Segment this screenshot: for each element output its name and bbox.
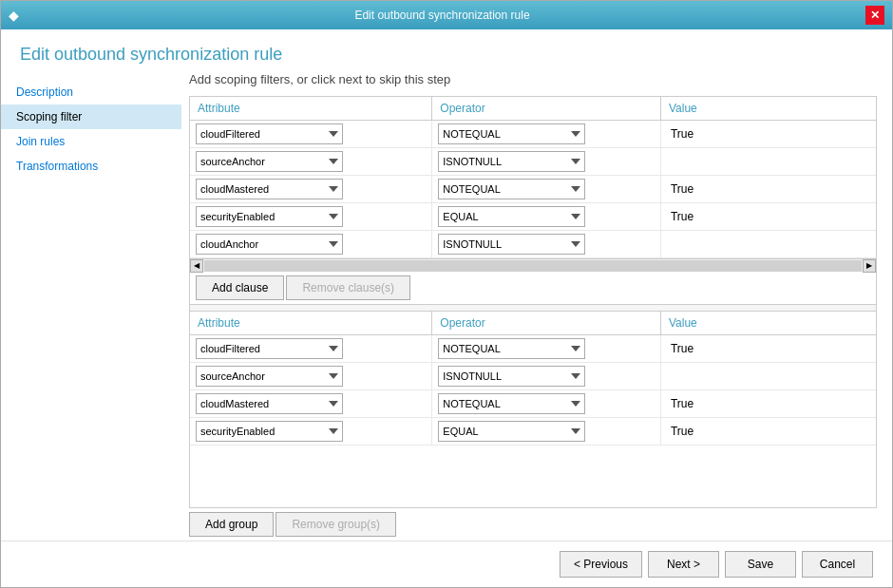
next-button[interactable]: Next >	[648, 551, 719, 578]
g1-op-2[interactable]: ISNOTNULL	[438, 151, 585, 172]
window-title: Edit outbound synchronization rule	[19, 9, 865, 22]
g2-op-1[interactable]: NOTEQUAL	[438, 338, 585, 359]
table-row: sourceAnchor ISNOTNULL	[190, 363, 876, 390]
g1-attr-1[interactable]: cloudFiltered	[196, 123, 343, 144]
col-value-2: Value	[660, 312, 876, 335]
table-row: securityEnabled EQUAL True	[190, 203, 876, 231]
bottom-buttons: < Previous Next > Save Cancel	[1, 541, 892, 587]
g2-op-2[interactable]: ISNOTNULL	[438, 366, 585, 387]
main-window: ◆ Edit outbound synchronization rule ✕ E…	[0, 0, 893, 588]
g1-op-3[interactable]: NOTEQUAL	[438, 179, 585, 199]
sidebar: Description Scoping filter Join rules Tr…	[1, 72, 181, 541]
main-layout: Description Scoping filter Join rules Tr…	[1, 72, 892, 541]
step-title: Add scoping filters, or click next to sk…	[189, 72, 877, 86]
g2-val-3: True	[667, 397, 694, 410]
hscroll-bar: ◀ ▶	[190, 258, 876, 272]
content-area: Edit outbound synchronization rule Descr…	[1, 29, 892, 587]
col-attribute-2: Attribute	[190, 312, 432, 335]
cancel-button[interactable]: Cancel	[802, 551, 873, 578]
g1-attr-2[interactable]: sourceAnchor	[196, 151, 343, 172]
group1-table: Attribute Operator Value cloudFiltered N…	[190, 97, 876, 258]
g1-attr-4[interactable]: securityEnabled	[196, 206, 343, 227]
save-button[interactable]: Save	[725, 551, 796, 578]
g1-val-4: True	[667, 210, 694, 223]
g2-val-4: True	[667, 425, 694, 438]
clause-buttons-row: Add clause Remove clause(s)	[196, 275, 870, 300]
group-buttons-row: Add group Remove group(s)	[189, 512, 877, 541]
g1-op-4[interactable]: EQUAL	[438, 206, 585, 227]
g1-attr-5[interactable]: cloudAnchor	[196, 234, 343, 255]
g2-attr-3[interactable]: cloudMastered	[196, 393, 343, 414]
table-row: sourceAnchor ISNOTNULL	[190, 148, 876, 176]
add-group-button[interactable]: Add group	[189, 512, 274, 537]
table-row: cloudFiltered NOTEQUAL True	[190, 335, 876, 363]
g1-val-1: True	[667, 127, 694, 141]
g2-val-2	[667, 370, 671, 383]
group-separator	[190, 304, 876, 312]
title-bar: ◆ Edit outbound synchronization rule ✕	[1, 1, 892, 29]
group2-table: Attribute Operator Value cloudFiltered N…	[190, 312, 876, 446]
remove-group-button[interactable]: Remove group(s)	[276, 512, 396, 537]
scrollable-groups[interactable]: Attribute Operator Value cloudFiltered N…	[189, 96, 877, 508]
g1-op-5[interactable]: ISNOTNULL	[438, 234, 585, 255]
g2-attr-2[interactable]: sourceAnchor	[196, 366, 343, 387]
g1-val-3: True	[667, 182, 694, 196]
g2-op-3[interactable]: NOTEQUAL	[438, 393, 585, 414]
page-title: Edit outbound synchronization rule	[1, 29, 892, 72]
window-icon: ◆	[9, 8, 19, 23]
sidebar-item-scoping-filter[interactable]: Scoping filter	[1, 104, 181, 129]
table-row: cloudAnchor ISNOTNULL	[190, 231, 876, 258]
g1-op-1[interactable]: NOTEQUAL	[438, 123, 585, 144]
main-content: Add scoping filters, or click next to sk…	[181, 72, 892, 541]
table-row: cloudMastered NOTEQUAL True	[190, 390, 876, 418]
close-button[interactable]: ✕	[865, 6, 884, 25]
col-value-1: Value	[660, 97, 876, 121]
previous-button[interactable]: < Previous	[560, 551, 642, 578]
hscroll-track[interactable]	[204, 260, 862, 272]
sidebar-item-join-rules[interactable]: Join rules	[1, 129, 181, 154]
filter-area: Attribute Operator Value cloudFiltered N…	[189, 96, 877, 541]
table-row: cloudFiltered NOTEQUAL True	[190, 121, 876, 148]
table-row: securityEnabled EQUAL True	[190, 418, 876, 446]
hscroll-right-btn[interactable]: ▶	[863, 259, 876, 273]
g2-op-4[interactable]: EQUAL	[438, 421, 585, 442]
g2-attr-1[interactable]: cloudFiltered	[196, 338, 343, 359]
col-operator-2: Operator	[432, 312, 661, 335]
col-operator-1: Operator	[432, 97, 661, 121]
remove-clause-button[interactable]: Remove clause(s)	[286, 275, 410, 300]
sidebar-item-description[interactable]: Description	[1, 80, 181, 104]
g1-val-5	[667, 237, 671, 251]
add-clause-button[interactable]: Add clause	[196, 275, 284, 300]
g1-val-2	[667, 155, 671, 168]
col-attribute-1: Attribute	[190, 97, 432, 121]
table-row: cloudMastered NOTEQUAL True	[190, 176, 876, 203]
g1-attr-3[interactable]: cloudMastered	[196, 179, 343, 199]
sidebar-item-transformations[interactable]: Transformations	[1, 154, 181, 179]
hscroll-left-btn[interactable]: ◀	[190, 259, 203, 273]
g2-attr-4[interactable]: securityEnabled	[196, 421, 343, 442]
g2-val-1: True	[667, 342, 694, 355]
